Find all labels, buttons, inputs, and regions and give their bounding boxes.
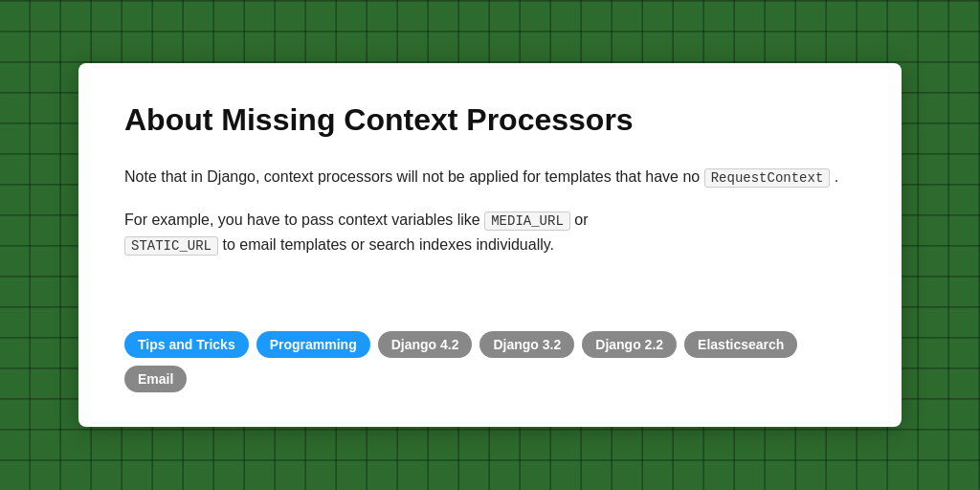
card-title: About Missing Context Processors (124, 101, 856, 138)
tags-container: Tips and Tricks Programming Django 4.2 D… (124, 331, 856, 392)
code-media-url: MEDIA_URL (484, 212, 570, 231)
card-body: Note that in Django, context processors … (124, 165, 856, 304)
p2-text1: For example, you have to pass context va… (124, 212, 484, 228)
p1-text2: . (830, 168, 838, 185)
paragraph-1: Note that in Django, context processors … (124, 165, 856, 189)
tag-elasticsearch[interactable]: Elasticsearch (684, 331, 797, 358)
tag-tips-and-tricks[interactable]: Tips and Tricks (124, 331, 249, 358)
p2-text2: or (570, 212, 589, 228)
tag-django-22[interactable]: Django 2.2 (582, 331, 677, 358)
paragraph-2: For example, you have to pass context va… (124, 208, 856, 258)
tag-django-42[interactable]: Django 4.2 (378, 331, 473, 358)
tag-programming[interactable]: Programming (256, 331, 370, 358)
tag-django-32[interactable]: Django 3.2 (479, 331, 574, 358)
p2-text3: to email templates or search indexes ind… (218, 236, 554, 253)
main-card: About Missing Context Processors Note th… (78, 63, 902, 427)
p1-text1: Note that in Django, context processors … (124, 168, 704, 185)
tag-email[interactable]: Email (124, 366, 187, 392)
code-request-context: RequestContext (704, 168, 831, 188)
code-static-url: STATIC_URL (124, 236, 218, 256)
side-label: @DjangoTricks (853, 163, 878, 328)
